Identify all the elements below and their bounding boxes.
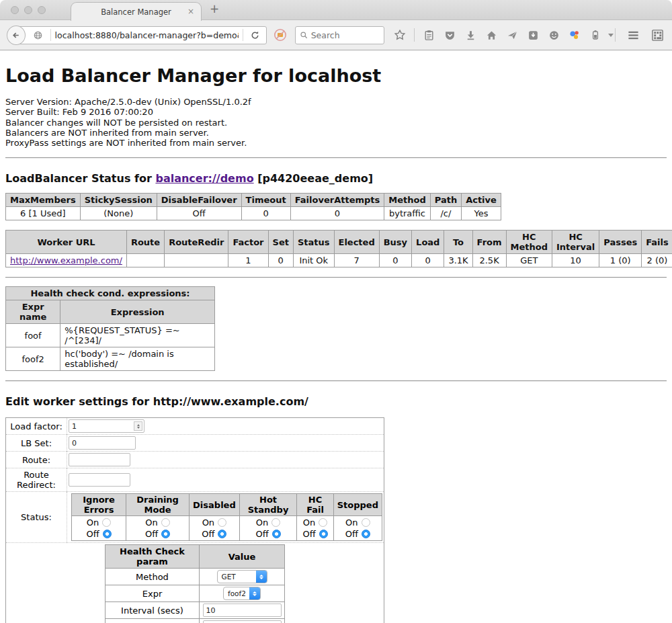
cell: (None) (80, 207, 157, 220)
cell: bytraffic (384, 207, 430, 220)
radio-hot-standby-off[interactable] (272, 530, 281, 538)
radio-off-label: Off (202, 528, 214, 540)
tab-balancer-manager[interactable]: Balancer Manager × (71, 2, 202, 21)
route-row: Route: (6, 452, 384, 468)
search-input[interactable] (311, 30, 378, 40)
inherit-note-line: Balancers are NOT inherited from main se… (5, 128, 667, 138)
cell: 0 (268, 254, 293, 267)
save-page-button[interactable] (525, 27, 541, 43)
radio-stopped-on[interactable] (362, 518, 370, 527)
server-built-line: Server Built: Feb 9 2016 07:00:20 (5, 107, 667, 117)
clipboard-icon (423, 30, 435, 41)
select-stepper-icon (249, 587, 260, 599)
cell: 2 (0) (642, 254, 672, 267)
pocket-button[interactable] (442, 27, 458, 43)
urlbar-divider (243, 29, 243, 41)
reload-button[interactable] (247, 27, 263, 43)
search-bar[interactable] (295, 26, 384, 44)
home-button[interactable] (483, 27, 499, 43)
content-block-icon (273, 28, 288, 42)
battery-button[interactable] (587, 27, 603, 43)
server-info: Server Version: Apache/2.5.0-dev (Unix) … (5, 97, 667, 148)
radio-off-label: Off (255, 528, 268, 540)
clipboard-button[interactable] (421, 27, 437, 43)
col-header: Timeout (241, 194, 290, 207)
radio-draining-mode-on[interactable] (161, 518, 170, 527)
tab-title: Balancer Manager (101, 7, 171, 17)
tab-close-icon[interactable]: × (187, 7, 194, 16)
menu-button[interactable] (625, 27, 641, 43)
radio-off-label: Off (345, 528, 358, 540)
globe-icon (30, 27, 46, 43)
content-block-button[interactable] (273, 27, 288, 43)
radio-disabled-off[interactable] (218, 530, 226, 538)
status-col-header: Hot Standby (239, 494, 297, 516)
method-select[interactable]: GET (217, 570, 267, 583)
interval-label: Interval (secs) (106, 602, 200, 619)
passes-input[interactable] (203, 620, 282, 623)
cell: 1 (0) (599, 254, 642, 267)
col-header: MaxMembers (6, 194, 81, 207)
overflow-caret-icon[interactable] (608, 34, 614, 37)
radio-hot-standby-on[interactable] (271, 518, 280, 527)
status-hot-standby-cell: On Off (239, 516, 297, 541)
col-header: Value (200, 545, 285, 569)
new-tab-button[interactable]: + (210, 2, 219, 15)
radio-disabled-on[interactable] (218, 518, 226, 527)
radio-on-label: On (145, 517, 157, 528)
send-tab-button[interactable] (504, 27, 520, 43)
col-header: Status (293, 231, 334, 254)
smiley-icon (548, 30, 560, 41)
radio-ignore-errors-off[interactable] (103, 530, 112, 538)
worker-url-link[interactable]: http://www.example.com/ (10, 255, 122, 265)
cell: 0 (290, 207, 384, 220)
radio-draining-mode-off[interactable] (161, 530, 170, 538)
radio-on-label: On (87, 517, 99, 528)
radio-stopped-off[interactable] (362, 530, 370, 538)
radio-ignore-errors-on[interactable] (102, 518, 111, 527)
heading-suffix: [p4420eeae_demo] (254, 172, 374, 185)
col-header: FailoverAttempts (290, 194, 384, 207)
extension-colors-button[interactable] (566, 27, 583, 43)
number-stepper-icon[interactable] (134, 421, 142, 431)
radio-off-label: Off (86, 528, 99, 540)
health-check-row: Health Check param Value Method GET (6, 543, 384, 623)
cell: 1 (228, 254, 268, 267)
url-bar[interactable]: localhost:8880/balancer-manager?b=demo&w… (15, 26, 267, 44)
cell: 0 (412, 254, 444, 267)
expr-name-cell: foof (6, 324, 60, 347)
feedback-smiley-button[interactable] (546, 27, 562, 43)
table-row: foof2 hc('body') =~ /domain is establish… (6, 347, 215, 371)
route-input[interactable] (69, 453, 130, 466)
close-window-button[interactable] (11, 6, 19, 14)
lb-set-input[interactable] (69, 436, 136, 450)
col-header: Worker URL (6, 231, 127, 254)
back-button[interactable] (7, 26, 26, 45)
minimize-window-button[interactable] (24, 6, 32, 14)
interval-input[interactable] (203, 604, 282, 617)
cell: Off (157, 207, 241, 220)
toolbar-divider (615, 28, 616, 42)
bookmark-star-button[interactable] (392, 27, 408, 43)
radio-hc-fail-on[interactable] (319, 518, 327, 527)
radio-hc-fail-off[interactable] (319, 530, 328, 538)
downloads-button[interactable] (462, 27, 478, 43)
titlebar: Balancer Manager × + (0, 0, 672, 20)
expr-select[interactable]: foof2 (223, 587, 261, 600)
expr-label: Expr (106, 585, 200, 602)
cell: 3.1K (444, 254, 472, 267)
zoom-window-button[interactable] (38, 6, 46, 14)
status-table: Ignore Errors Draining Mode Disabled Hot… (71, 493, 382, 541)
col-header: Path (430, 194, 461, 207)
balancer-demo-link[interactable]: balancer://demo (155, 172, 253, 185)
square-download-icon (528, 30, 539, 41)
url-text[interactable]: localhost:8880/balancer-manager?b=demo&w… (55, 30, 239, 40)
route-redirect-input[interactable] (69, 473, 130, 487)
status-col-header: Draining Mode (126, 494, 190, 516)
page-title: Load Balancer Manager for localhost (5, 65, 667, 86)
tiles-icon (651, 29, 664, 42)
expr-name-cell: foof2 (6, 347, 60, 371)
status-cell: Ignore Errors Draining Mode Disabled Hot… (67, 492, 384, 543)
tiles-button[interactable] (649, 27, 665, 43)
server-version-line: Server Version: Apache/2.5.0-dev (Unix) … (5, 97, 667, 107)
